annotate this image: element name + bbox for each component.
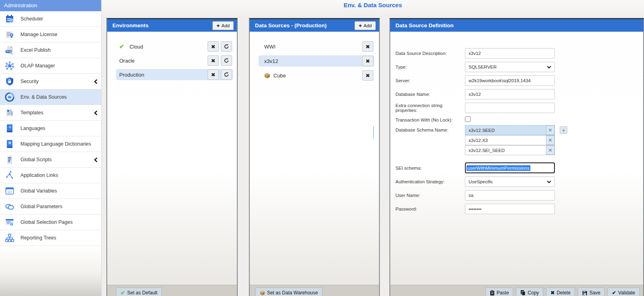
- remove-schema-button[interactable]: ×: [546, 126, 554, 135]
- validate-button[interactable]: ✔ Validate: [607, 288, 640, 296]
- remove-schema-button[interactable]: ×: [546, 136, 554, 145]
- chevron-left-icon[interactable]: [94, 79, 98, 84]
- extra-properties-input[interactable]: [465, 103, 555, 113]
- delete-x-icon: ✖: [550, 290, 554, 296]
- data-source-row-x3v12[interactable]: x3v12 ✖: [259, 55, 374, 67]
- delete-data-source-button[interactable]: ✖: [362, 41, 373, 52]
- data-source-row-wwi[interactable]: WWI ✖: [259, 41, 374, 52]
- olap-network-icon: [4, 60, 16, 71]
- schema-input[interactable]: [465, 145, 555, 155]
- delete-data-source-button[interactable]: ✖: [362, 70, 373, 81]
- delete-environment-button[interactable]: ✖: [208, 55, 219, 66]
- delete-environment-button[interactable]: ✖: [208, 41, 219, 52]
- save-icon: [582, 290, 587, 296]
- refresh-icon: [224, 44, 229, 49]
- user-name-input[interactable]: [465, 190, 555, 201]
- sidebar-item-global-variables[interactable]: (x) Global Variables: [0, 183, 101, 199]
- security-shield-icon: [4, 76, 16, 87]
- data-sources-panel: Data Sources - (Production) + Add WWI ✖ …: [249, 18, 380, 296]
- no-lock-checkbox[interactable]: [465, 116, 471, 122]
- environments-list: ✔ Cloud ✖ Oracle ✖ Production ✖: [107, 32, 237, 285]
- delete-data-source-button[interactable]: ✖: [362, 56, 373, 66]
- selected-text: userWithMinimumPermissions: [467, 165, 530, 171]
- sidebar-item-mapping-language-dictionaries[interactable]: D Mapping Language Dictionaries: [0, 136, 101, 152]
- svg-text:D: D: [9, 142, 10, 144]
- plus-icon: +: [216, 23, 220, 28]
- validate-check-icon: ✔: [612, 290, 616, 296]
- server-label: Server:: [395, 78, 465, 83]
- sidebar-item-reporting-trees[interactable]: Reporting Trees: [0, 230, 101, 246]
- data-sources-list: WWI ✖ x3v12 ✖ Cube ✖: [250, 32, 379, 285]
- refresh-environment-button[interactable]: [221, 41, 232, 52]
- sidebar-item-templates[interactable]: Templates: [0, 105, 101, 121]
- environments-panel-header: Environments + Add: [107, 19, 237, 32]
- check-icon: ✔: [120, 290, 125, 296]
- password-input[interactable]: [465, 204, 555, 214]
- sidebar-item-excel-publish[interactable]: XLSX Excel Publish: [0, 43, 101, 58]
- chevron-left-icon[interactable]: [94, 110, 98, 116]
- sidebar-item-global-parameters[interactable]: Global Parameters: [0, 199, 101, 215]
- sei-schema-input[interactable]: userWithMinimumPermissions: [465, 162, 555, 173]
- add-environment-button[interactable]: + Add: [212, 21, 234, 30]
- save-button[interactable]: Save: [578, 288, 605, 296]
- description-input[interactable]: [465, 48, 555, 59]
- type-label: Type:: [395, 65, 465, 69]
- schema-input[interactable]: [465, 135, 555, 145]
- sidebar-item-label: Global Variables: [20, 188, 57, 194]
- environment-row-production[interactable]: Production ✖: [116, 69, 233, 80]
- chevron-down-icon: [547, 66, 551, 69]
- data-source-name: x3v12: [264, 58, 278, 64]
- templates-icon: [4, 107, 16, 118]
- type-select[interactable]: SQLSERVER: [465, 62, 555, 72]
- definition-form-area: Data Source Description: Type: SQLSERVER…: [390, 32, 643, 285]
- paste-button[interactable]: Paste: [485, 288, 514, 296]
- sidebar-item-env-data-sources[interactable]: Env. & Data Sources: [0, 89, 101, 105]
- reporting-tree-icon: [4, 232, 16, 243]
- sidebar-item-global-scripts[interactable]: Global Scripts: [0, 152, 101, 168]
- environment-row-cloud[interactable]: ✔ Cloud ✖: [116, 41, 233, 52]
- data-sources-panel-title: Data Sources - (Production): [255, 22, 327, 28]
- sidebar-item-global-selection-pages[interactable]: Global Selection Pages: [0, 215, 101, 230]
- variables-icon: (x): [4, 185, 16, 197]
- plus-icon: +: [359, 23, 362, 28]
- schema-input[interactable]: [465, 125, 555, 135]
- data-source-row-cube[interactable]: Cube ✖: [259, 70, 374, 81]
- delete-environment-button[interactable]: ✖: [208, 69, 219, 80]
- add-data-source-button[interactable]: + Add: [355, 21, 376, 30]
- no-lock-label: Transaction With (No Lock):: [395, 118, 465, 122]
- set-as-default-button[interactable]: ✔ Set as Default: [116, 288, 162, 296]
- sidebar-item-label: Templates: [20, 110, 43, 116]
- excel-file-icon: XLSX: [4, 45, 16, 56]
- refresh-environment-button[interactable]: [221, 55, 232, 66]
- sidebar-item-olap-manager[interactable]: OLAP Manager: [0, 58, 101, 74]
- refresh-icon: [224, 72, 229, 77]
- refresh-environment-button[interactable]: [221, 69, 232, 80]
- set-as-data-warehouse-button[interactable]: Set as Data Warehouse: [255, 288, 322, 296]
- page-title: Env. & Data Sources: [102, 2, 644, 8]
- delete-button[interactable]: ✖ Delete: [546, 288, 575, 296]
- environments-panel: Environments + Add ✔ Cloud ✖ Oracle ✖: [106, 18, 238, 296]
- sidebar-empty-area: [0, 246, 101, 296]
- user-name-label: User Name:: [395, 193, 465, 198]
- sidebar-item-label: Application Links: [20, 172, 58, 178]
- sidebar-item-security[interactable]: Security: [0, 74, 101, 89]
- data-source-form: Data Source Description: Type: SQLSERVER…: [390, 41, 643, 214]
- add-schema-button[interactable]: +: [560, 126, 567, 134]
- languages-book-icon: [4, 123, 16, 134]
- sidebar-item-languages[interactable]: Languages: [0, 121, 101, 136]
- remove-schema-button[interactable]: ×: [546, 146, 554, 155]
- sidebar-item-scheduler[interactable]: Scheduler: [0, 11, 101, 27]
- chevron-down-icon: [547, 180, 551, 183]
- definition-panel-footer: Paste Copy ✖ Delete Save ✔ Validate: [390, 285, 643, 296]
- definition-panel-title: Data Source Definition: [395, 22, 454, 28]
- environment-row-oracle[interactable]: Oracle ✖: [116, 55, 233, 66]
- database-name-input[interactable]: [465, 89, 555, 99]
- sidebar-item-manage-license[interactable]: Manage License: [0, 27, 101, 43]
- auth-strategy-select[interactable]: UseSpecific: [465, 176, 555, 187]
- server-input[interactable]: [465, 75, 555, 86]
- chevron-left-icon[interactable]: [94, 157, 98, 162]
- scrollbar-thumb[interactable]: [373, 126, 374, 139]
- paste-icon: [490, 290, 495, 296]
- copy-button[interactable]: Copy: [516, 288, 543, 296]
- sidebar-item-application-links[interactable]: Application Links: [0, 168, 101, 183]
